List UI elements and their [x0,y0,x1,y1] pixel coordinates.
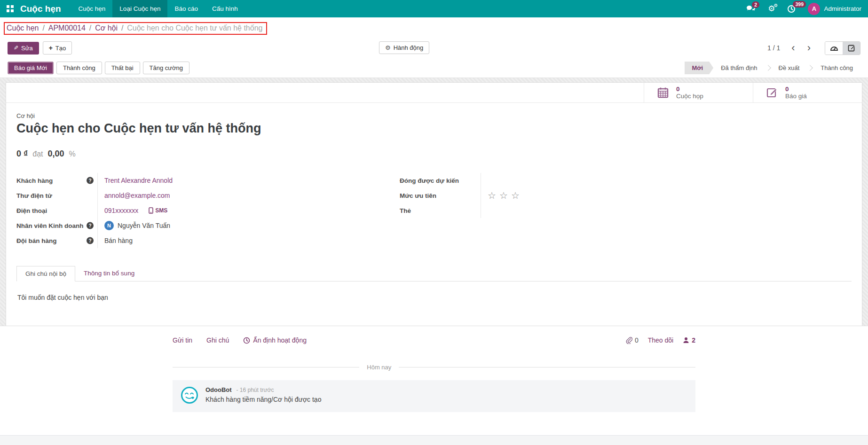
meetings-label: Cuộc họp [676,93,703,100]
follower-person-icon [683,337,689,344]
currency-symbol: ₫ [24,149,28,158]
nav-item-bao-cao[interactable]: Báo cáo [167,0,205,17]
help-icon[interactable]: ? [87,177,94,184]
apps-menu-icon[interactable] [7,5,14,12]
tab-extra-info[interactable]: Thông tin bổ sung [75,266,143,281]
clock-icon [243,337,250,344]
attachments-button[interactable]: 0 [625,336,639,344]
priority-stars: ☆ ☆ ☆ [488,190,520,201]
message-author[interactable]: OdooBot [205,386,232,393]
help-icon[interactable]: ? [87,222,94,229]
form-background: 0 Cuộc họp 0 Báo giá Cơ hội Cuộc hẹn cho… [0,78,868,326]
field-priority: Mức ưu tiên ☆ ☆ ☆ [400,188,750,203]
create-button[interactable]: + Tạo [43,41,72,55]
message-body: Khách hàng tiềm năng/Cơ hội được tạo [205,396,321,403]
customer-link[interactable]: Trent Alexandre Annold [104,177,173,184]
fields-grid: Khách hàng? Trent Alexandre Annold Thư đ… [16,173,750,248]
quotations-label: Báo giá [785,93,807,100]
breadcrumb-separator: / [121,24,123,32]
view-switcher [825,41,860,55]
help-icon[interactable]: ? [87,237,94,244]
status-button-boost[interactable]: Tăng cường [143,62,189,74]
paperclip-icon [625,336,632,344]
quotations-stat-button[interactable]: 0 Báo giá [753,83,862,102]
chatter: Gửi tin Ghi chú Ấn định hoạt động 0 Theo… [173,326,695,412]
plus-icon: + [49,44,53,52]
stage-won[interactable]: Thành công [813,62,860,74]
followers-button[interactable]: 2 [683,336,695,344]
stat-button-row: 0 Cuộc họp 0 Báo giá [6,83,862,103]
control-panel: ✎ Sửa + Tạo ⚙ Hành động 1 / 1 ‹ › [0,38,868,58]
stage-qualified[interactable]: Đã thẩm định [713,62,765,74]
messages-icon[interactable]: 2 [746,5,756,12]
nav-item-loai-cuoc-hen[interactable]: Loại Cuộc hẹn [112,0,167,17]
stage-separator-icon [765,65,771,71]
pager-previous-icon[interactable]: ‹ [788,44,798,52]
salesperson-name[interactable]: Nguyễn Văn Tuấn [118,222,170,229]
star-icon[interactable]: ☆ [511,190,520,201]
status-button-lost[interactable]: Thất bại [105,62,140,74]
date-divider-label: Hôm nay [367,364,391,371]
edit-button[interactable]: ✎ Sửa [8,42,39,55]
stage-proposition[interactable]: Đề xuất [771,62,807,74]
status-button-won[interactable]: Thành công [56,62,102,74]
calendar-icon [657,87,669,98]
activities-clock-icon[interactable]: 399 [787,5,796,13]
form-view-icon[interactable] [843,42,860,55]
breadcrumb-row: Cuộc hẹn / APM00014 / Cơ hội / Cuộc hẹn … [0,17,868,38]
tab-internal-notes[interactable]: Ghi chú nội bộ [16,266,75,281]
record-type-label: Cơ hội [16,112,852,119]
message-timestamp: - 16 phút trước [236,387,274,393]
field-phone: Điện thoại 091xxxxxxx SMS [16,203,367,218]
chatter-message[interactable]: OdooBot - 16 phút trước Khách hàng tiềm … [173,380,695,412]
sms-button[interactable]: SMS [149,207,167,214]
email-link[interactable]: annold@example.com [104,192,170,199]
revenue-connector: đạt [32,150,43,158]
notebook-tabs: Ghi chú nội bộ Thông tin bổ sung [16,266,852,281]
breadcrumb-current: Cuộc hẹn cho Cuộc hẹn tư vấn hệ thống [127,24,262,32]
breadcrumb-link-opportunity[interactable]: Cơ hội [95,24,118,32]
breadcrumb-link-record[interactable]: APM00014 [48,24,86,32]
quotations-count: 0 [785,86,807,93]
gear-icon: ⚙ [385,45,391,51]
follow-button[interactable]: Theo dõi [648,336,673,344]
odoobot-avatar [180,386,199,405]
breadcrumb-link-app[interactable]: Cuộc hẹn [7,24,39,32]
probability-value: 0,00 [48,149,64,159]
nav-item-cuoc-hen[interactable]: Cuộc hẹn [71,0,113,17]
mobile-phone-icon [149,207,153,214]
expected-closing-value[interactable] [481,173,750,188]
tags-value[interactable] [481,203,750,218]
pencil-icon: ✎ [14,45,18,51]
app-brand[interactable]: Cuộc hẹn [20,4,61,14]
star-icon[interactable]: ☆ [488,190,496,201]
dashboard-view-icon[interactable] [825,42,843,55]
action-button[interactable]: ⚙ Hành động [379,41,429,54]
stage-new[interactable]: Mới [685,62,714,74]
probability-unit: % [69,150,76,158]
send-message-button[interactable]: Gửi tin [173,336,192,344]
schedule-activity-button[interactable]: Ấn định hoạt động [243,336,307,344]
field-email: Thư điện tử annold@example.com [16,188,367,203]
activities-badge: 399 [793,1,806,8]
pager-next-icon[interactable]: › [804,44,814,52]
field-tags: Thẻ [400,203,750,218]
internal-note-text: Tôi muốn đặt cuộc hẹn với bạn [16,281,852,301]
statusbar: Báo giá Mới Thành công Thất bại Tăng cườ… [0,58,868,78]
log-note-button[interactable]: Ghi chú [206,336,229,344]
meetings-stat-button[interactable]: 0 Cuộc họp [644,83,753,102]
user-avatar: A [808,3,820,15]
star-icon[interactable]: ☆ [499,190,508,201]
meetings-count: 0 [676,86,703,93]
nav-item-cau-hinh[interactable]: Cấu hình [205,0,245,17]
pager-counter: 1 / 1 [767,44,780,52]
phone-link[interactable]: 091xxxxxxx [104,207,138,214]
settings-gears-icon[interactable]: ⚙⚙ [768,5,775,13]
breadcrumb-separator: / [42,24,44,32]
form-sheet: 0 Cuộc họp 0 Báo giá Cơ hội Cuộc hẹn cho… [6,82,862,326]
user-menu[interactable]: A Administrator [808,3,861,15]
revenue-row: 0 ₫ đạt 0,00 % [16,149,852,159]
sales-team-name[interactable]: Bán hàng [104,237,133,244]
status-button-new-quotation[interactable]: Báo giá Mới [8,62,54,74]
breadcrumb-annotation-box: Cuộc hẹn / APM00014 / Cơ hội / Cuộc hẹn … [4,22,267,35]
